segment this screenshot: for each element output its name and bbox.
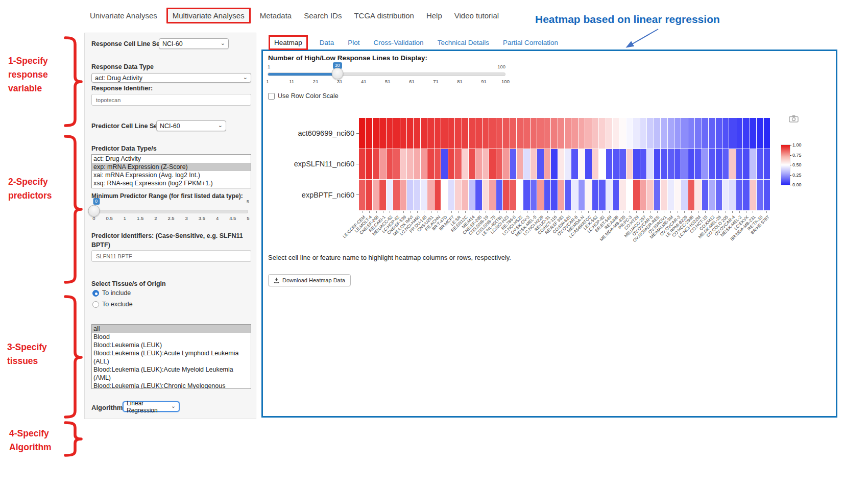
heatmap-cell	[736, 180, 742, 210]
colorbar-tick-label: 0.50	[792, 162, 802, 167]
heatmap-cell	[722, 118, 729, 149]
axis-tick	[684, 211, 685, 213]
tissue-exclude-label: To exclude	[102, 301, 133, 308]
heatmap-cell	[626, 180, 633, 210]
heatmap-hint-text: Select cell line or feature name to high…	[268, 254, 511, 261]
axis-tick	[369, 211, 370, 213]
heatmap-cell	[393, 118, 399, 149]
predictor-data-types-listbox[interactable]: act: Drug Activityexp: mRNA Expression (…	[91, 154, 251, 188]
heatmap-cell	[613, 149, 619, 180]
heatmap-cell	[647, 180, 653, 210]
heatmap-cell	[716, 180, 722, 210]
listbox-option[interactable]: Blood:Leukemia (LEUK):Acute Lymphoid Leu…	[92, 349, 251, 365]
tab-data[interactable]: Data	[320, 39, 334, 46]
slider-tick: 3	[185, 215, 188, 221]
heatmap-column-labels: LE:CCRF-CEMLE:MOLT-4CNS:SF-268RE:CAKI-1M…	[359, 214, 770, 271]
response-data-type-select[interactable]: act: Drug Activity⌄	[91, 73, 251, 83]
response-cell-line-set-select[interactable]: NCI-60⌄	[159, 38, 229, 49]
heatmap-cell	[400, 118, 406, 149]
axis-tick	[459, 211, 459, 213]
annotation-step-4: 4-SpecifyAlgorithm	[9, 427, 52, 454]
heatmap-cell	[654, 118, 660, 149]
response-data-type-value: act: Drug Activity	[95, 75, 142, 82]
slider-max-label: 100	[497, 64, 505, 69]
heatmap-cell	[551, 180, 557, 210]
heatmap-cell	[427, 149, 433, 180]
tissue-listbox[interactable]: allBloodBlood:Leukemia (LEUK)Blood:Leuke…	[91, 324, 251, 389]
axis-tick	[397, 211, 397, 213]
algorithm-select[interactable]: Linear Regression⌄	[123, 401, 180, 412]
heatmap-row-label[interactable]: expBPTF_nci60	[302, 180, 359, 210]
axis-tick	[712, 211, 712, 213]
heatmap-cell	[661, 149, 667, 180]
slider-handle[interactable]	[331, 68, 343, 80]
heatmap-cell	[496, 149, 502, 180]
heatmap-cell	[695, 149, 701, 180]
tissue-include-label: To include	[102, 289, 131, 297]
listbox-option[interactable]: act: Drug Activity	[92, 155, 251, 163]
heatmap-cell	[414, 118, 420, 149]
download-button-label: Download Heatmap Data	[282, 277, 345, 283]
nav-item-tcga-distribution[interactable]: TCGA distribution	[354, 11, 414, 20]
heatmap-row-label[interactable]: act609699_nci60	[298, 118, 359, 149]
axis-tick	[499, 211, 500, 213]
heatmap-cell	[709, 118, 715, 149]
slider-tick: 21	[313, 79, 319, 84]
heatmap-cell	[674, 149, 681, 180]
predictor-identifiers-input[interactable]: SLFN11 BPTF	[91, 250, 251, 262]
heatmap-cell	[709, 180, 715, 210]
tissue-include-radio[interactable]: To include	[92, 289, 131, 297]
response-lines-slider[interactable]: 1 100 30 1112131415161718191100	[268, 62, 505, 87]
listbox-option[interactable]: xsq: RNA-seq Expression (log2 FPKM+1.)	[92, 179, 251, 187]
tissue-exclude-radio[interactable]: To exclude	[92, 301, 133, 308]
heatmap-cell	[531, 180, 537, 210]
tab-technical-details[interactable]: Technical Details	[438, 39, 489, 46]
min-predictor-range-slider[interactable]: 0 5 00.511.522.533.544.55	[94, 200, 248, 223]
heatmap-cell	[668, 180, 674, 210]
heatmap-cell	[640, 118, 646, 149]
listbox-option[interactable]: all	[92, 325, 251, 333]
heatmap-cell	[729, 180, 735, 210]
listbox-option[interactable]: Blood:Leukemia (LEUK)	[92, 341, 251, 349]
axis-tick	[732, 211, 733, 213]
heatmap-cell	[606, 149, 612, 180]
response-identifier-input[interactable]: topotecan	[91, 94, 251, 106]
tab-heatmap[interactable]: Heatmap	[269, 35, 308, 50]
listbox-option[interactable]: exp: mRNA Expression (Z-Score)	[92, 163, 251, 171]
heatmap-cell	[421, 118, 427, 149]
listbox-option[interactable]: Blood:Leukemia (LEUK):Chronic Myelogenou…	[92, 382, 251, 389]
tab-cross-validation[interactable]: Cross-Validation	[374, 39, 424, 46]
predictor-cell-line-set-select[interactable]: NCI-60⌄	[156, 120, 226, 131]
camera-icon[interactable]	[789, 115, 799, 125]
row-color-scale-checkbox[interactable]: Use Row Color Scale	[268, 92, 339, 100]
listbox-option[interactable]: xai: mRNA Expression (Avg. log2 Int.)	[92, 171, 251, 179]
heatmap-row-label[interactable]: expSLFN11_nci60	[294, 149, 359, 179]
heatmap-cell	[544, 180, 550, 210]
heatmap-cell	[654, 149, 660, 180]
axis-tick	[451, 211, 452, 213]
download-heatmap-data-button[interactable]: Download Heatmap Data	[268, 274, 351, 286]
heatmap-cell	[462, 180, 468, 210]
heatmap-cell	[736, 149, 742, 180]
nav-item-multivariate-analyses[interactable]: Multivariate Analyses	[166, 8, 251, 23]
heatmap-cell	[606, 118, 612, 149]
tab-plot[interactable]: Plot	[348, 39, 359, 46]
slider-tick-labels: 1112131415161718191100	[268, 79, 505, 85]
tab-partial-correlation[interactable]: Partial Correlation	[503, 39, 558, 46]
lines-slider-label: Number of High/Low Response Lines to Dis…	[268, 54, 427, 62]
nav-item-search-ids[interactable]: Search IDs	[304, 11, 342, 20]
listbox-option[interactable]: Blood:Leukemia (LEUK):Acute Myeloid Leuk…	[92, 365, 251, 382]
response-cell-line-set-label: Response Cell Line Set	[91, 40, 162, 47]
nav-item-metadata[interactable]: Metadata	[260, 11, 292, 20]
axis-tick	[664, 211, 664, 213]
heatmap-cell	[537, 149, 543, 180]
heatmap-cell	[523, 180, 529, 210]
nav-item-video-tutorial[interactable]: Video tutorial	[454, 11, 499, 20]
nav-item-help[interactable]: Help	[426, 11, 442, 20]
heatmap-cell	[599, 149, 605, 180]
nav-item-univariate-analyses[interactable]: Univariate Analyses	[90, 11, 157, 20]
listbox-option[interactable]: Blood	[92, 333, 251, 341]
heatmap-cell	[503, 118, 509, 149]
heatmap-cell	[626, 149, 633, 180]
heatmap-cell	[421, 180, 427, 210]
